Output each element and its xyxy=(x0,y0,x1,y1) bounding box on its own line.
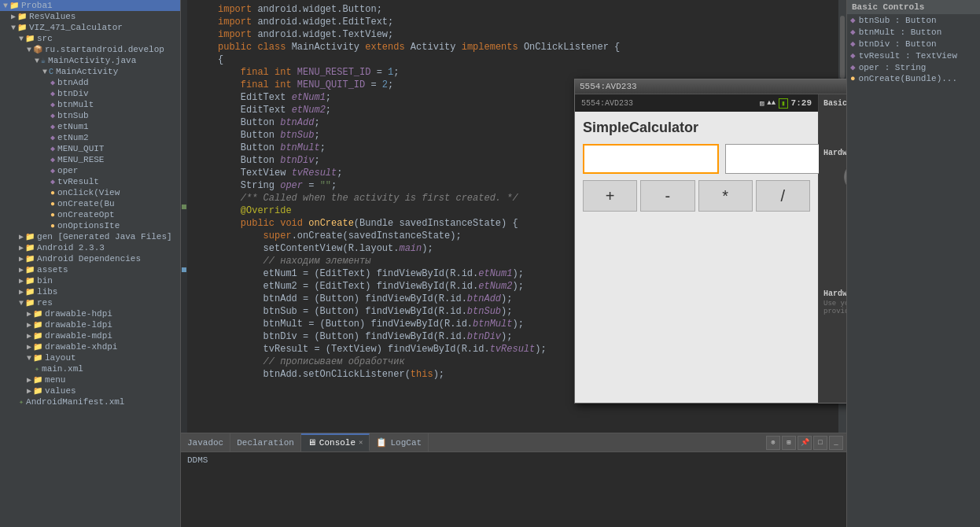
tree-item-package[interactable]: ▼ 📦 ru.startandroid.develop xyxy=(0,44,180,55)
tree-item-bin[interactable]: ▶ 📁 bin xyxy=(0,275,180,286)
tab-javadoc[interactable]: Javadoc xyxy=(181,433,230,451)
close-console-icon[interactable]: ✕ xyxy=(359,438,363,447)
tree-item-drawable-mdpi[interactable]: ▶ 📁 drawable-mdpi xyxy=(0,330,180,341)
tree-item-btnadd[interactable]: ◆ btnAdd xyxy=(0,77,180,88)
home-button[interactable]: ⌂ xyxy=(844,162,846,192)
tree-item-resvalues[interactable]: ▶ 📁 ResValues xyxy=(0,11,180,22)
tree-label: etNum1 xyxy=(57,122,89,131)
tree-item-values[interactable]: ▶ 📁 values xyxy=(0,385,180,396)
field-icon: ◆ xyxy=(850,50,856,61)
code-line: import android.widget.EditText; xyxy=(187,16,838,28)
tree-label: MENU_QUIT xyxy=(57,144,104,153)
calc-mult-button[interactable]: * xyxy=(698,180,753,212)
tree-item-androidmanifest[interactable]: ✦ AndroidManifest.xml xyxy=(0,396,180,407)
method-icon: ● xyxy=(50,200,55,208)
tree-item-oncreate[interactable]: ● onCreate(Bu xyxy=(0,198,180,209)
tree-item-assets[interactable]: ▶ 📁 assets xyxy=(0,264,180,275)
tree-label: res xyxy=(37,298,53,308)
tree-item-layout[interactable]: ▼ 📁 layout xyxy=(0,352,180,363)
expand-icon: ▼ xyxy=(27,46,31,54)
tree-item-onclick[interactable]: ● onClick(View xyxy=(0,187,180,198)
outline-label: onCreate(Bundle)... xyxy=(859,74,957,83)
tree-item-drawable-hdpi[interactable]: ▶ 📁 drawable-hdpi xyxy=(0,308,180,319)
scroll-thumb[interactable] xyxy=(840,16,845,79)
bottom-toolbar: ⊗ ⊞ 📌 □ _ xyxy=(766,436,846,450)
code-line: import android.widget.Button; xyxy=(187,3,838,16)
tree-item-libs[interactable]: ▶ 📁 libs xyxy=(0,286,180,297)
tree-label: ru.startandroid.develop xyxy=(45,45,164,54)
tree-item-btnsub[interactable]: ◆ btnSub xyxy=(0,110,180,121)
tree-item-etnum2[interactable]: ◆ etNum2 xyxy=(0,132,180,143)
tree-item-menu[interactable]: ▶ 📁 menu xyxy=(0,374,180,385)
tree-label: Android Dependencies xyxy=(37,254,141,264)
logcat-icon: 📋 xyxy=(376,437,387,448)
calc-input-1[interactable] xyxy=(583,144,719,174)
tree-item-menuquit[interactable]: ◆ MENU_QUIT xyxy=(0,143,180,154)
folder-icon: 📁 xyxy=(17,12,27,21)
outline-item-tvresult[interactable]: ◆ tvResult : TextView xyxy=(847,50,980,61)
pin-button[interactable]: 📌 xyxy=(798,436,812,450)
tree-item-gen[interactable]: ▶ 📁 gen [Generated Java Files] xyxy=(0,231,180,242)
tree-item-btndiv[interactable]: ◆ btnDiv xyxy=(0,88,180,99)
outline-item-btnmult[interactable]: ◆ btnMult : Button xyxy=(847,26,980,38)
tree-label: etNum2 xyxy=(57,133,89,142)
tree-label: layout xyxy=(45,353,76,363)
outline-item-oncreate[interactable]: ● onCreate(Bundle)... xyxy=(847,73,980,84)
dpad-label: DPAD not enabled in AVD xyxy=(823,198,846,206)
scroll-lock-button[interactable]: ⊞ xyxy=(782,436,796,450)
calc-add-button[interactable]: + xyxy=(583,180,637,212)
calc-sub-button[interactable]: - xyxy=(640,180,694,212)
tab-declaration[interactable]: Declaration xyxy=(230,433,301,451)
tree-item-mainactivity-class[interactable]: ▼ C MainActivity xyxy=(0,66,180,77)
field-icon: ◆ xyxy=(50,177,55,186)
emulator-body: 5554:AVD233 ▨ ▲▲ ▮ 7:29 SimpleCalculator xyxy=(575,94,846,403)
tree-item-src[interactable]: ▼ 📁 src xyxy=(0,33,180,44)
maximize-button[interactable]: □ xyxy=(813,436,827,450)
expand-icon: ▶ xyxy=(19,232,24,241)
expand-icon: ▶ xyxy=(19,265,24,275)
minimize-view-button[interactable]: _ xyxy=(829,436,843,450)
tree-label: Proba1 xyxy=(21,1,53,10)
field-icon: ◆ xyxy=(50,78,55,87)
tree-label: tvResult xyxy=(57,177,99,186)
expand-icon: ▶ xyxy=(19,243,24,252)
field-icon: ◆ xyxy=(850,62,856,72)
tree-item-mainactivity-java[interactable]: ▼ ☕ MainActivity.java xyxy=(0,55,180,66)
battery-icon: ▮ xyxy=(779,98,787,109)
tree-item-etnum1[interactable]: ◆ etNum1 xyxy=(0,121,180,132)
tree-item-drawable-xhdpi[interactable]: ▶ 📁 drawable-xhdpi xyxy=(0,341,180,352)
clear-console-button[interactable]: ⊗ xyxy=(766,436,780,450)
tree-label: oper xyxy=(57,166,78,175)
expand-icon: ▶ xyxy=(27,320,31,330)
code-line: public class MainActivity extends Activi… xyxy=(187,41,838,53)
outline-item-btndiv[interactable]: ◆ btnDiv : Button xyxy=(847,38,980,50)
tree-item-tvresult[interactable]: ◆ tvResult xyxy=(0,176,180,187)
tab-logcat[interactable]: 📋 LogCat xyxy=(370,433,429,451)
tab-console[interactable]: 🖥 Console ✕ xyxy=(301,433,370,451)
tree-item-oper[interactable]: ◆ oper xyxy=(0,165,180,176)
code-line: final int MENU_RESET_ID = 1; xyxy=(187,66,838,79)
tree-item-drawable-ldpi[interactable]: ▶ 📁 drawable-ldpi xyxy=(0,319,180,330)
expand-icon: ▶ xyxy=(19,276,24,286)
tree-item-android[interactable]: ▶ 📁 Android 2.3.3 xyxy=(0,242,180,253)
calc-div-button[interactable]: / xyxy=(756,180,810,212)
outline-label: oper : String xyxy=(859,63,927,72)
outline-item-btnsub[interactable]: ◆ btnSub : Button xyxy=(847,14,980,26)
field-icon: ◆ xyxy=(50,111,55,120)
method-icon: ● xyxy=(50,222,55,230)
tree-item-android-deps[interactable]: ▶ 📁 Android Dependencies xyxy=(0,253,180,264)
outline-label: tvResult : TextView xyxy=(859,51,957,61)
tree-item-mainxml[interactable]: ✦ main.xml xyxy=(0,363,180,374)
tree-item-menureset[interactable]: ◆ MENU_RESE xyxy=(0,154,180,165)
tree-label: MainActivity xyxy=(56,67,118,76)
class-icon: C xyxy=(49,68,53,76)
tree-item-btnmult[interactable]: ◆ btnMult xyxy=(0,99,180,110)
outline-item-oper[interactable]: ◆ oper : String xyxy=(847,61,980,73)
phone-screen-container: 5554:AVD233 ▨ ▲▲ ▮ 7:29 SimpleCalculator xyxy=(575,94,819,403)
tree-item-oncreateopts[interactable]: ● onCreateOpt xyxy=(0,209,180,220)
tree-item-calculator[interactable]: ▼ 📁 VIZ_471_Calculator xyxy=(0,22,180,33)
tree-item-proba1[interactable]: ▼ 📁 Proba1 xyxy=(0,0,180,11)
tree-item-res[interactable]: ▼ 📁 res xyxy=(0,297,180,308)
folder-icon: 📁 xyxy=(33,353,42,363)
tree-item-onoptionsitem[interactable]: ● onOptionsIte xyxy=(0,220,180,231)
